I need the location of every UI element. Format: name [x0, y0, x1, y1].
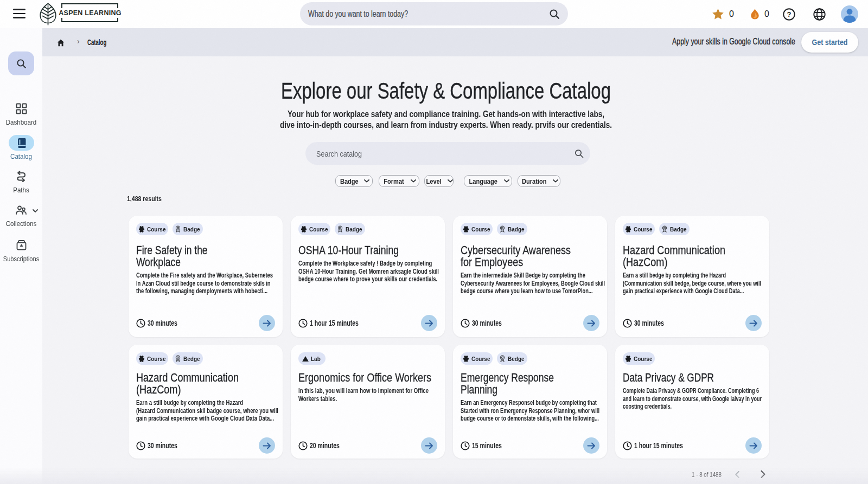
- svg-text:?: ?: [787, 10, 792, 18]
